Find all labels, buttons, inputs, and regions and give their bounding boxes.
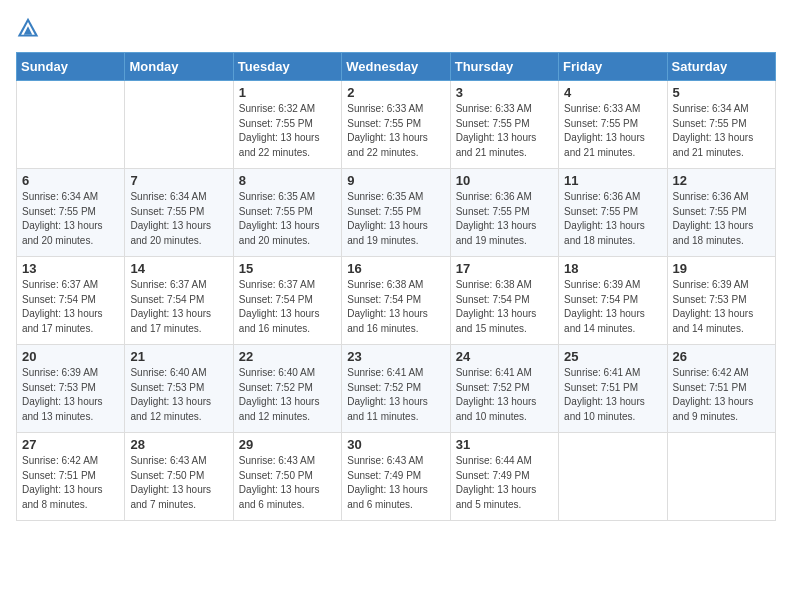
- day-info: Sunrise: 6:36 AM Sunset: 7:55 PM Dayligh…: [456, 190, 553, 248]
- calendar-day-cell: 23Sunrise: 6:41 AM Sunset: 7:52 PM Dayli…: [342, 345, 450, 433]
- calendar-day-cell: 20Sunrise: 6:39 AM Sunset: 7:53 PM Dayli…: [17, 345, 125, 433]
- calendar-day-cell: 25Sunrise: 6:41 AM Sunset: 7:51 PM Dayli…: [559, 345, 667, 433]
- calendar-day-cell: 14Sunrise: 6:37 AM Sunset: 7:54 PM Dayli…: [125, 257, 233, 345]
- calendar-table: SundayMondayTuesdayWednesdayThursdayFrid…: [16, 52, 776, 521]
- calendar-day-cell: [17, 81, 125, 169]
- calendar-day-cell: 1Sunrise: 6:32 AM Sunset: 7:55 PM Daylig…: [233, 81, 341, 169]
- calendar-day-cell: 10Sunrise: 6:36 AM Sunset: 7:55 PM Dayli…: [450, 169, 558, 257]
- calendar-week-row: 1Sunrise: 6:32 AM Sunset: 7:55 PM Daylig…: [17, 81, 776, 169]
- day-number: 23: [347, 349, 444, 364]
- calendar-day-cell: 2Sunrise: 6:33 AM Sunset: 7:55 PM Daylig…: [342, 81, 450, 169]
- day-info: Sunrise: 6:36 AM Sunset: 7:55 PM Dayligh…: [673, 190, 770, 248]
- calendar-day-cell: 28Sunrise: 6:43 AM Sunset: 7:50 PM Dayli…: [125, 433, 233, 521]
- day-info: Sunrise: 6:44 AM Sunset: 7:49 PM Dayligh…: [456, 454, 553, 512]
- day-info: Sunrise: 6:33 AM Sunset: 7:55 PM Dayligh…: [456, 102, 553, 160]
- day-info: Sunrise: 6:32 AM Sunset: 7:55 PM Dayligh…: [239, 102, 336, 160]
- day-info: Sunrise: 6:42 AM Sunset: 7:51 PM Dayligh…: [673, 366, 770, 424]
- day-number: 19: [673, 261, 770, 276]
- logo-icon: [16, 16, 40, 40]
- day-info: Sunrise: 6:36 AM Sunset: 7:55 PM Dayligh…: [564, 190, 661, 248]
- logo: [16, 16, 44, 40]
- calendar-day-cell: 24Sunrise: 6:41 AM Sunset: 7:52 PM Dayli…: [450, 345, 558, 433]
- day-number: 6: [22, 173, 119, 188]
- day-number: 28: [130, 437, 227, 452]
- calendar-week-row: 13Sunrise: 6:37 AM Sunset: 7:54 PM Dayli…: [17, 257, 776, 345]
- day-info: Sunrise: 6:41 AM Sunset: 7:52 PM Dayligh…: [347, 366, 444, 424]
- calendar-day-cell: [667, 433, 775, 521]
- calendar-day-cell: 16Sunrise: 6:38 AM Sunset: 7:54 PM Dayli…: [342, 257, 450, 345]
- day-number: 21: [130, 349, 227, 364]
- weekday-header-cell: Monday: [125, 53, 233, 81]
- weekday-header-cell: Wednesday: [342, 53, 450, 81]
- day-number: 26: [673, 349, 770, 364]
- day-number: 7: [130, 173, 227, 188]
- day-number: 3: [456, 85, 553, 100]
- day-info: Sunrise: 6:43 AM Sunset: 7:49 PM Dayligh…: [347, 454, 444, 512]
- day-number: 16: [347, 261, 444, 276]
- day-info: Sunrise: 6:41 AM Sunset: 7:51 PM Dayligh…: [564, 366, 661, 424]
- day-number: 13: [22, 261, 119, 276]
- weekday-header-cell: Sunday: [17, 53, 125, 81]
- weekday-header-cell: Friday: [559, 53, 667, 81]
- weekday-header-cell: Saturday: [667, 53, 775, 81]
- calendar-day-cell: 8Sunrise: 6:35 AM Sunset: 7:55 PM Daylig…: [233, 169, 341, 257]
- day-number: 12: [673, 173, 770, 188]
- day-info: Sunrise: 6:33 AM Sunset: 7:55 PM Dayligh…: [564, 102, 661, 160]
- day-info: Sunrise: 6:37 AM Sunset: 7:54 PM Dayligh…: [22, 278, 119, 336]
- calendar-day-cell: 5Sunrise: 6:34 AM Sunset: 7:55 PM Daylig…: [667, 81, 775, 169]
- page-header: [16, 16, 776, 40]
- calendar-day-cell: 3Sunrise: 6:33 AM Sunset: 7:55 PM Daylig…: [450, 81, 558, 169]
- calendar-week-row: 6Sunrise: 6:34 AM Sunset: 7:55 PM Daylig…: [17, 169, 776, 257]
- day-info: Sunrise: 6:35 AM Sunset: 7:55 PM Dayligh…: [239, 190, 336, 248]
- calendar-day-cell: 31Sunrise: 6:44 AM Sunset: 7:49 PM Dayli…: [450, 433, 558, 521]
- day-number: 5: [673, 85, 770, 100]
- calendar-day-cell: 18Sunrise: 6:39 AM Sunset: 7:54 PM Dayli…: [559, 257, 667, 345]
- day-info: Sunrise: 6:43 AM Sunset: 7:50 PM Dayligh…: [239, 454, 336, 512]
- calendar-day-cell: 6Sunrise: 6:34 AM Sunset: 7:55 PM Daylig…: [17, 169, 125, 257]
- weekday-header-cell: Thursday: [450, 53, 558, 81]
- day-number: 14: [130, 261, 227, 276]
- calendar-body: 1Sunrise: 6:32 AM Sunset: 7:55 PM Daylig…: [17, 81, 776, 521]
- calendar-day-cell: 26Sunrise: 6:42 AM Sunset: 7:51 PM Dayli…: [667, 345, 775, 433]
- day-info: Sunrise: 6:39 AM Sunset: 7:53 PM Dayligh…: [673, 278, 770, 336]
- calendar-day-cell: 12Sunrise: 6:36 AM Sunset: 7:55 PM Dayli…: [667, 169, 775, 257]
- day-info: Sunrise: 6:40 AM Sunset: 7:53 PM Dayligh…: [130, 366, 227, 424]
- day-info: Sunrise: 6:43 AM Sunset: 7:50 PM Dayligh…: [130, 454, 227, 512]
- day-info: Sunrise: 6:38 AM Sunset: 7:54 PM Dayligh…: [456, 278, 553, 336]
- day-number: 20: [22, 349, 119, 364]
- calendar-day-cell: 21Sunrise: 6:40 AM Sunset: 7:53 PM Dayli…: [125, 345, 233, 433]
- day-info: Sunrise: 6:37 AM Sunset: 7:54 PM Dayligh…: [130, 278, 227, 336]
- day-number: 10: [456, 173, 553, 188]
- calendar-day-cell: 19Sunrise: 6:39 AM Sunset: 7:53 PM Dayli…: [667, 257, 775, 345]
- day-info: Sunrise: 6:39 AM Sunset: 7:54 PM Dayligh…: [564, 278, 661, 336]
- day-number: 18: [564, 261, 661, 276]
- day-number: 27: [22, 437, 119, 452]
- day-info: Sunrise: 6:34 AM Sunset: 7:55 PM Dayligh…: [130, 190, 227, 248]
- calendar-day-cell: 11Sunrise: 6:36 AM Sunset: 7:55 PM Dayli…: [559, 169, 667, 257]
- calendar-day-cell: 17Sunrise: 6:38 AM Sunset: 7:54 PM Dayli…: [450, 257, 558, 345]
- day-info: Sunrise: 6:34 AM Sunset: 7:55 PM Dayligh…: [22, 190, 119, 248]
- day-number: 24: [456, 349, 553, 364]
- calendar-day-cell: 27Sunrise: 6:42 AM Sunset: 7:51 PM Dayli…: [17, 433, 125, 521]
- day-number: 9: [347, 173, 444, 188]
- day-info: Sunrise: 6:41 AM Sunset: 7:52 PM Dayligh…: [456, 366, 553, 424]
- calendar-day-cell: 7Sunrise: 6:34 AM Sunset: 7:55 PM Daylig…: [125, 169, 233, 257]
- weekday-header-row: SundayMondayTuesdayWednesdayThursdayFrid…: [17, 53, 776, 81]
- day-info: Sunrise: 6:37 AM Sunset: 7:54 PM Dayligh…: [239, 278, 336, 336]
- day-info: Sunrise: 6:38 AM Sunset: 7:54 PM Dayligh…: [347, 278, 444, 336]
- day-number: 1: [239, 85, 336, 100]
- calendar-week-row: 27Sunrise: 6:42 AM Sunset: 7:51 PM Dayli…: [17, 433, 776, 521]
- day-number: 22: [239, 349, 336, 364]
- day-number: 31: [456, 437, 553, 452]
- day-info: Sunrise: 6:35 AM Sunset: 7:55 PM Dayligh…: [347, 190, 444, 248]
- calendar-day-cell: [559, 433, 667, 521]
- day-info: Sunrise: 6:40 AM Sunset: 7:52 PM Dayligh…: [239, 366, 336, 424]
- day-number: 4: [564, 85, 661, 100]
- calendar-week-row: 20Sunrise: 6:39 AM Sunset: 7:53 PM Dayli…: [17, 345, 776, 433]
- calendar-day-cell: 4Sunrise: 6:33 AM Sunset: 7:55 PM Daylig…: [559, 81, 667, 169]
- calendar-day-cell: [125, 81, 233, 169]
- day-info: Sunrise: 6:42 AM Sunset: 7:51 PM Dayligh…: [22, 454, 119, 512]
- calendar-day-cell: 13Sunrise: 6:37 AM Sunset: 7:54 PM Dayli…: [17, 257, 125, 345]
- day-number: 29: [239, 437, 336, 452]
- day-info: Sunrise: 6:33 AM Sunset: 7:55 PM Dayligh…: [347, 102, 444, 160]
